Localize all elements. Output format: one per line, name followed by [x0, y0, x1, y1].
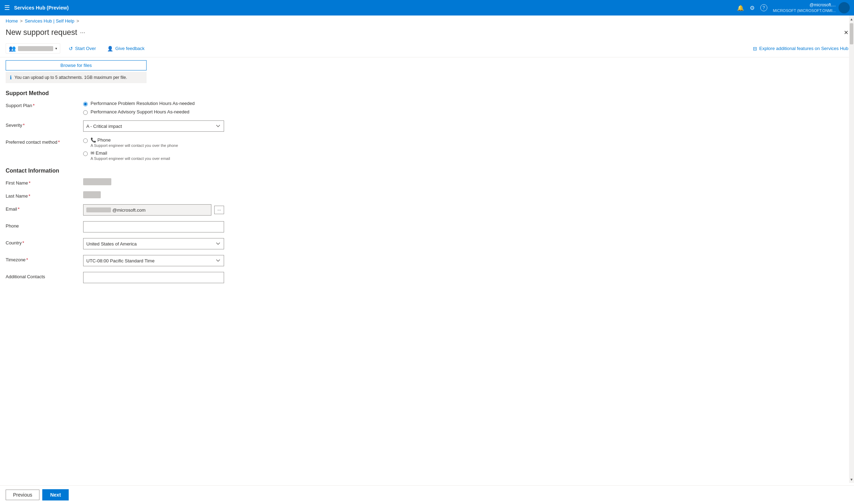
- attachment-area: Browse for files ℹ You can upload up to …: [6, 60, 848, 83]
- email-label: Email*: [6, 204, 83, 212]
- workspace-label: [18, 46, 53, 51]
- plan1-radio[interactable]: [83, 102, 88, 106]
- plan-option-1: Performance Problem Resolution Hours As-…: [83, 101, 224, 106]
- country-control: United States of America United Kingdom …: [83, 238, 224, 249]
- last-name-blurred: [83, 191, 101, 198]
- phone-desc: A Support engineer will contact you over…: [91, 143, 178, 148]
- additional-contacts-input[interactable]: [83, 272, 224, 283]
- last-name-row: Last Name*: [6, 191, 848, 199]
- phone-input[interactable]: [83, 221, 224, 232]
- breadcrumb-sep2: >: [76, 18, 79, 24]
- topbar-icons: 🔔 ⚙ ? @microsoft.... MICROSOFT (MICROSOF…: [737, 2, 850, 13]
- close-button[interactable]: ✕: [844, 29, 848, 36]
- first-name-blurred: [83, 178, 111, 185]
- phone-row: Phone: [6, 221, 848, 232]
- email-domain: @microsoft.com: [112, 207, 146, 213]
- additional-contacts-row: Additional Contacts: [6, 272, 848, 283]
- give-feedback-label: Give feedback: [115, 46, 144, 51]
- hamburger-icon[interactable]: ☰: [4, 4, 10, 12]
- support-plan-label: Support Plan*: [6, 101, 83, 108]
- first-name-control: [83, 178, 224, 185]
- toolbar: 👥 ▾ ↺ Start Over 👤 Give feedback ⊟ Explo…: [0, 41, 854, 57]
- start-over-label: Start Over: [75, 46, 96, 51]
- support-plan-radio-group: Performance Problem Resolution Hours As-…: [83, 101, 224, 115]
- additional-contacts-control: [83, 272, 224, 283]
- breadcrumb-home[interactable]: Home: [6, 18, 18, 24]
- email-desc: A Support engineer will contact you over…: [91, 156, 170, 161]
- plan1-label[interactable]: Performance Problem Resolution Hours As-…: [91, 101, 195, 106]
- explore-features-link[interactable]: ⊟ Explore additional features on Service…: [753, 46, 848, 51]
- plan2-label[interactable]: Performance Advisory Support Hours As-ne…: [91, 109, 189, 114]
- plan2-radio[interactable]: [83, 110, 88, 115]
- help-icon[interactable]: ?: [760, 4, 767, 11]
- scroll-thumb[interactable]: [850, 23, 853, 44]
- severity-row: Severity* A - Critical impact B - Modera…: [6, 120, 848, 132]
- support-plan-control: Performance Problem Resolution Hours As-…: [83, 101, 224, 115]
- phone-control: [83, 221, 224, 232]
- email-label: ✉ Email: [91, 150, 170, 156]
- contact-info-section-title: Contact Information: [6, 168, 848, 174]
- timezone-select[interactable]: UTC-08:00 Pacific Standard Time UTC-05:0…: [83, 255, 224, 266]
- workspace-dropdown[interactable]: 👥 ▾: [6, 43, 60, 54]
- org-icon: 👥: [9, 45, 16, 52]
- chevron-down-icon: ▾: [55, 46, 57, 50]
- severity-select[interactable]: A - Critical impact B - Moderate impact …: [83, 120, 224, 132]
- bell-icon[interactable]: 🔔: [737, 5, 744, 11]
- last-name-control: [83, 191, 224, 198]
- main-content: Browse for files ℹ You can upload up to …: [0, 57, 854, 313]
- toolbar-left: 👥 ▾ ↺ Start Over 👤 Give feedback: [6, 43, 147, 54]
- email-blurred: [86, 207, 111, 212]
- severity-control: A - Critical impact B - Moderate impact …: [83, 120, 224, 132]
- give-feedback-button[interactable]: 👤 Give feedback: [104, 44, 147, 53]
- phone-icon: 📞: [91, 137, 96, 143]
- email-control: @microsoft.com ···: [83, 204, 224, 216]
- additional-contacts-label: Additional Contacts: [6, 272, 83, 279]
- contact-method-row: Preferred contact method* 📞 Phone A Supp…: [6, 137, 848, 161]
- phone-radio[interactable]: [83, 138, 88, 143]
- explore-label: Explore additional features on Services …: [759, 46, 848, 51]
- phone-label: 📞 Phone: [91, 137, 178, 143]
- phone-label: Phone: [6, 221, 83, 229]
- breadcrumb-services-hub[interactable]: Services Hub | Self Help: [25, 18, 74, 24]
- user-info: @microsoft.... MICROSOFT (MICROSOFT.ONMI…: [773, 2, 836, 13]
- email-radio[interactable]: [83, 151, 88, 156]
- first-name-row: First Name*: [6, 178, 848, 186]
- country-row: Country* United States of America United…: [6, 238, 848, 249]
- breadcrumb-sep1: >: [20, 18, 23, 24]
- support-plan-row: Support Plan* Performance Problem Resolu…: [6, 101, 848, 115]
- page-header: New support request ··· ✕: [0, 26, 854, 41]
- country-label: Country*: [6, 238, 83, 245]
- attachment-info: ℹ You can upload up to 5 attachments. 1G…: [6, 72, 147, 83]
- scroll-up-arrow[interactable]: ▲: [849, 15, 854, 23]
- timezone-label: Timezone*: [6, 255, 83, 262]
- timezone-control: UTC-08:00 Pacific Standard Time UTC-05:0…: [83, 255, 224, 266]
- breadcrumb: Home > Services Hub | Self Help >: [0, 15, 854, 26]
- support-method-section-title: Support Method: [6, 90, 848, 97]
- email-row: Email* @microsoft.com ···: [6, 204, 848, 216]
- start-over-button[interactable]: ↺ Start Over: [66, 44, 99, 53]
- feedback-icon: 👤: [107, 46, 113, 51]
- plan-option-2: Performance Advisory Support Hours As-ne…: [83, 109, 224, 115]
- refresh-icon: ↺: [69, 46, 73, 51]
- gear-icon[interactable]: ⚙: [750, 5, 755, 11]
- app-title: Services Hub (Preview): [14, 5, 733, 11]
- contact-method-label: Preferred contact method*: [6, 137, 83, 145]
- avatar[interactable]: [838, 2, 850, 13]
- email-icon: ✉: [91, 150, 94, 156]
- email-display: @microsoft.com: [83, 204, 211, 216]
- topbar: ☰ Services Hub (Preview) 🔔 ⚙ ? @microsof…: [0, 0, 854, 15]
- last-name-label: Last Name*: [6, 191, 83, 199]
- page-title: New support request: [6, 28, 77, 37]
- user-email: @microsoft....: [773, 2, 836, 8]
- attachment-info-text: You can upload up to 5 attachments. 1GB …: [14, 75, 127, 80]
- contact-method-radio-group: 📞 Phone A Support engineer will contact …: [83, 137, 224, 161]
- browse-files-button[interactable]: Browse for files: [6, 60, 147, 70]
- timezone-row: Timezone* UTC-08:00 Pacific Standard Tim…: [6, 255, 848, 266]
- email-more-button[interactable]: ···: [214, 206, 224, 214]
- explore-icon: ⊟: [753, 46, 757, 51]
- more-options-icon[interactable]: ···: [80, 29, 85, 36]
- user-tenant: MICROSOFT (MICROSOFT.ONMI...: [773, 8, 836, 13]
- country-select[interactable]: United States of America United Kingdom …: [83, 238, 224, 249]
- scrollbar[interactable]: ▲ ▼: [849, 15, 854, 313]
- severity-label: Severity*: [6, 120, 83, 128]
